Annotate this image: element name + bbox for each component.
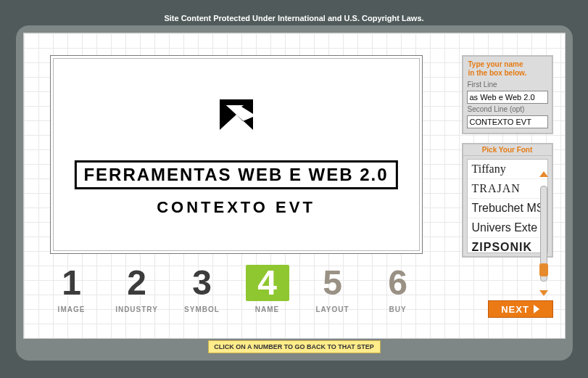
step-industry[interactable]: 2 INDUSTRY (115, 265, 159, 313)
second-line-input[interactable] (467, 115, 548, 128)
logo-symbol (220, 99, 253, 130)
copyright-bar: Site Content Protected Under Internation… (16, 11, 573, 25)
step-label-symbol: SYMBOL (181, 305, 224, 313)
step-num-1: 1 (50, 265, 94, 301)
title-line1: Type your name (468, 60, 523, 68)
font-option-tiffany[interactable]: Tiffany (468, 160, 547, 179)
step-buy[interactable]: 6 BUY (376, 265, 420, 313)
font-picker-title: Pick Your Font (463, 144, 552, 156)
font-list[interactable]: Tiffany TRAJAN Trebuchet MS Univers Exte… (467, 159, 548, 253)
app-frame: FERRAMENTAS WEB E WEB 2.0 CONTEXTO EVT T… (16, 25, 573, 361)
step-num-4: 4 (246, 265, 289, 301)
scroll-down-icon[interactable] (539, 290, 548, 296)
step-label-layout: LAYOUT (311, 305, 355, 313)
font-option-trebuchet[interactable]: Trebuchet MS (468, 199, 547, 218)
first-line-label: First Line (468, 81, 547, 89)
step-label-name: NAME (246, 305, 289, 313)
preview-line1: FERRAMENTAS WEB E WEB 2.0 (74, 160, 397, 189)
next-arrow-icon (534, 305, 539, 313)
stage: FERRAMENTAS WEB E WEB 2.0 CONTEXTO EVT T… (23, 33, 566, 339)
step-layout[interactable]: 5 LAYOUT (311, 265, 355, 313)
next-label: NEXT (501, 304, 529, 315)
font-option-univers[interactable]: Univers Exte (468, 218, 547, 238)
title-line2: in the box below. (468, 69, 527, 77)
preview-inner: FERRAMENTAS WEB E WEB 2.0 CONTEXTO EVT (53, 58, 420, 251)
font-option-trajan[interactable]: TRAJAN (468, 179, 547, 199)
step-image[interactable]: 1 IMAGE (50, 265, 94, 313)
step-symbol[interactable]: 3 SYMBOL (181, 265, 224, 313)
font-option-zipsonik[interactable]: ZIPSONIK (468, 238, 547, 253)
first-line-input[interactable] (467, 91, 548, 104)
wizard-steps: 1 IMAGE 2 INDUSTRY 3 SYMBOL 4 NAME 5 L (50, 265, 420, 313)
step-label-industry: INDUSTRY (115, 305, 159, 313)
preview-line2: CONTEXTO EVT (157, 200, 315, 215)
svg-marker-3 (236, 115, 253, 130)
step-num-2: 2 (115, 265, 159, 301)
step-num-5: 5 (311, 265, 355, 301)
step-num-3: 3 (181, 265, 224, 301)
step-num-6: 6 (376, 265, 420, 301)
second-line-label: Second Line (opt) (468, 105, 547, 113)
next-button[interactable]: NEXT (488, 300, 553, 318)
scroll-track[interactable] (540, 186, 547, 282)
step-hint: CLICK ON A NUMBER TO GO BACK TO THAT STE… (208, 340, 381, 353)
right-panel: Type your name in the box below. First L… (462, 55, 553, 266)
step-name[interactable]: 4 NAME (246, 265, 289, 313)
scroll-up-icon[interactable] (539, 171, 548, 177)
step-label-buy: BUY (376, 305, 420, 313)
step-label-image: IMAGE (50, 305, 94, 313)
name-box-title: Type your name in the box below. (468, 60, 547, 78)
name-input-box: Type your name in the box below. First L… (462, 55, 553, 134)
logo-preview: FERRAMENTAS WEB E WEB 2.0 CONTEXTO EVT (50, 55, 423, 254)
font-scrollbar[interactable] (539, 171, 549, 287)
scroll-thumb[interactable] (539, 263, 548, 276)
